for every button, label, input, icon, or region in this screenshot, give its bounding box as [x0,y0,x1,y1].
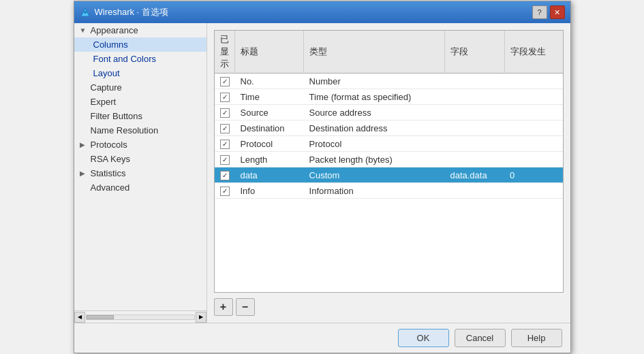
sidebar-item-capture[interactable]: Capture [74,80,206,95]
table-row[interactable]: dataCustomdata.data0 [215,167,563,183]
column-field [444,89,504,105]
sidebar-item-label: Expert [91,97,117,107]
sidebar-hscroll: ◀ ▶ [74,310,206,323]
wireshark-icon [80,7,91,18]
sidebar-item-label: Appearance [91,25,138,35]
column-occurrence [504,89,562,105]
col-header-displayed: 已显示 [215,31,235,74]
sidebar-item-name-resolution[interactable]: Name Resolution [74,123,206,138]
help-window-button[interactable]: ? [532,5,547,19]
checkbox-cell [215,120,235,136]
table-row[interactable]: InfoInformation [215,183,563,199]
column-title: Time [235,89,304,105]
column-type: Information [304,183,445,199]
sidebar-item-advanced[interactable]: Advanced [74,180,206,195]
sidebar-item-label: Font and Colors [93,54,157,64]
column-occurrence [504,152,562,167]
checkbox-cell [215,152,235,167]
scroll-left-button[interactable]: ◀ [74,312,85,323]
columns-table-container: 已显示标题类型字段字段发生 No.NumberTimeTime (format … [214,30,564,293]
checkbox-cell [215,167,235,183]
sidebar-wrapper: ▼AppearanceColumnsFont and ColorsLayoutC… [74,23,207,323]
sidebar-item-rsa-keys[interactable]: RSA Keys [74,152,206,166]
column-title: Source [235,105,304,120]
column-title: Protocol [235,136,304,152]
sidebar-item-label: Filter Buttons [91,111,143,121]
table-row[interactable]: LengthPacket length (bytes) [215,152,563,167]
column-field [444,120,504,136]
sidebar-item-filter-buttons[interactable]: Filter Buttons [74,109,206,123]
column-title: data [235,167,304,183]
column-title: Destination [235,120,304,136]
column-checkbox[interactable] [220,77,230,86]
sidebar-item-protocols[interactable]: ▶Protocols [74,138,206,152]
preferences-dialog: Wireshark · 首选项 ? ✕ ▼AppearanceColumnsFo… [74,1,571,353]
col-header-field: 字段 [444,31,504,74]
col-header-title: 标题 [235,31,304,74]
column-checkbox[interactable] [220,140,230,149]
sidebar-item-columns[interactable]: Columns [74,37,206,52]
cancel-button[interactable]: Cancel [455,329,506,347]
table-row[interactable]: DestinationDestination address [215,120,563,136]
column-checkbox[interactable] [220,171,230,180]
table-row[interactable]: TimeTime (format as specified) [215,89,563,105]
column-checkbox[interactable] [220,108,230,118]
column-checkbox[interactable] [220,187,230,196]
main-content: 已显示标题类型字段字段发生 No.NumberTimeTime (format … [207,23,570,323]
sidebar-item-appearance[interactable]: ▼Appearance [74,23,206,37]
expander-icon: ▼ [80,27,88,34]
column-field [444,152,504,167]
sidebar-item-expert[interactable]: Expert [74,95,206,109]
title-buttons: ? ✕ [532,5,565,19]
expander-icon: ▶ [80,170,88,177]
table-row[interactable]: No.Number [215,74,563,89]
title-bar: Wireshark · 首选项 ? ✕ [74,1,570,23]
close-window-button[interactable]: ✕ [550,5,565,19]
dialog-body: ▼AppearanceColumnsFont and ColorsLayoutC… [74,23,570,323]
table-body: No.NumberTimeTime (format as specified)S… [215,74,563,199]
sidebar-list: ▼AppearanceColumnsFont and ColorsLayoutC… [74,23,206,310]
checkbox-cell [215,74,235,89]
sidebar-item-font-and-colors[interactable]: Font and Colors [74,52,206,66]
ok-button[interactable]: OK [398,329,449,347]
column-occurrence: 0 [504,167,562,183]
column-type: Destination address [304,120,445,136]
checkbox-cell [215,136,235,152]
sidebar-item-label: Advanced [91,182,130,193]
column-title: Length [235,152,304,167]
columns-table: 已显示标题类型字段字段发生 No.NumberTimeTime (format … [215,31,563,199]
dialog-footer: OK Cancel Help [74,323,570,353]
scroll-right-button[interactable]: ▶ [196,312,206,323]
help-button[interactable]: Help [511,329,562,347]
sidebar-item-label: Layout [93,68,120,78]
sidebar-item-layout[interactable]: Layout [74,66,206,80]
checkbox-cell [215,105,235,120]
column-field: data.data [444,167,504,183]
column-field [444,105,504,120]
column-field [444,74,504,89]
column-type: Source address [304,105,445,120]
column-checkbox[interactable] [220,93,230,102]
table-row[interactable]: SourceSource address [215,105,563,120]
checkbox-cell [215,89,235,105]
column-type: Packet length (bytes) [304,152,445,167]
expander-icon: ▶ [80,141,88,148]
remove-column-button[interactable]: − [236,298,255,316]
column-type: Custom [304,167,445,183]
column-checkbox[interactable] [220,155,230,165]
column-type: Number [304,74,445,89]
column-title: Info [235,183,304,199]
table-row[interactable]: ProtocolProtocol [215,136,563,152]
sidebar-item-label: Protocols [91,140,127,150]
svg-point-1 [84,11,87,14]
sidebar-item-label: RSA Keys [91,154,131,164]
title-bar-left: Wireshark · 首选项 [80,6,168,18]
add-column-button[interactable]: + [214,298,233,316]
sidebar-item-label: Statistics [91,168,126,178]
column-type: Protocol [304,136,445,152]
table-header-row: 已显示标题类型字段字段发生 [215,31,563,74]
column-occurrence [504,105,562,120]
column-checkbox[interactable] [220,124,230,133]
scroll-track [86,315,195,320]
sidebar-item-statistics[interactable]: ▶Statistics [74,166,206,180]
